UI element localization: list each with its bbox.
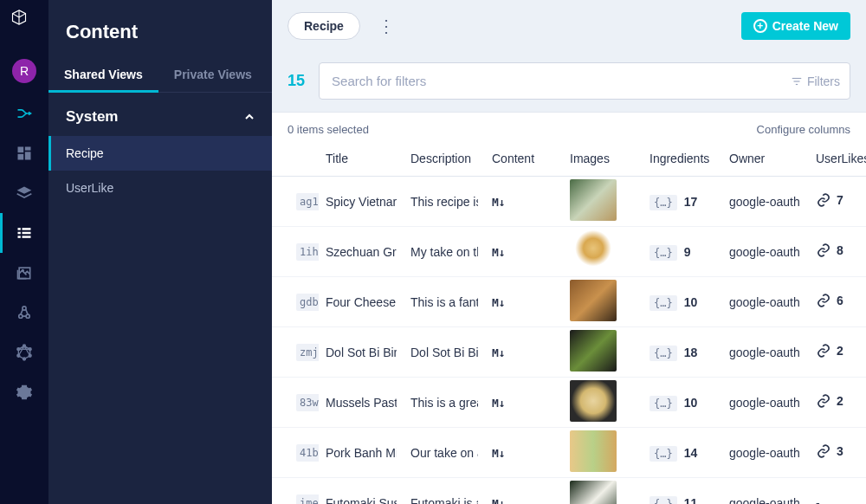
- col-images[interactable]: Images: [563, 143, 643, 177]
- row-id: ag1g: [296, 193, 319, 210]
- row-id: 1ihg: [296, 243, 319, 261]
- link-icon: [816, 192, 831, 208]
- cell-userlikes: 6: [809, 277, 866, 327]
- section-system[interactable]: System: [48, 93, 272, 136]
- table-row[interactable]: 1ihg Szechuan Gre My take on th M↓ {…}9 …: [272, 227, 866, 277]
- plus-icon: +: [753, 19, 767, 33]
- cell-title: Spicy Vietnar: [326, 195, 397, 209]
- row-id: 41bh: [296, 444, 319, 462]
- table-row[interactable]: ag1g Spicy Vietnar This recipe is M↓ {…}…: [272, 177, 866, 227]
- graphql-icon[interactable]: [15, 343, 34, 362]
- media-icon[interactable]: [15, 263, 34, 282]
- link-icon: [816, 293, 831, 308]
- cell-owner: google-oauth: [729, 496, 802, 505]
- json-badge: {…}: [650, 245, 677, 261]
- svg-point-11: [23, 270, 24, 272]
- create-label: Create New: [772, 19, 838, 33]
- col-userlikes[interactable]: UserLikes: [809, 143, 866, 177]
- tab-shared-views[interactable]: Shared Views: [48, 59, 158, 92]
- cell-description: This is a grea: [410, 396, 478, 410]
- topbar: Recipe ⋮ + Create New: [272, 0, 866, 52]
- table-row[interactable]: zmjh Dol Sot Bi Bir Dol Sot Bi Bir M↓ {……: [272, 327, 866, 378]
- type-chip[interactable]: Recipe: [288, 12, 360, 40]
- cell-userlikes: 8: [809, 227, 866, 277]
- col-ingredients[interactable]: Ingredients: [643, 143, 722, 177]
- cell-title: Four Cheese: [326, 295, 397, 309]
- cell-description: Dol Sot Bi Bir: [410, 346, 478, 359]
- cell-ingredients: 18: [684, 346, 698, 359]
- link-icon: [816, 443, 831, 459]
- svg-rect-9: [23, 236, 31, 238]
- col-content[interactable]: Content: [485, 143, 563, 177]
- cell-ingredients: 10: [684, 396, 698, 410]
- cell-description: My take on th: [410, 245, 478, 259]
- svg-point-16: [29, 348, 31, 351]
- svg-rect-2: [25, 152, 31, 159]
- items-selected: 0 items selected: [288, 123, 369, 136]
- markdown-icon: M↓: [492, 296, 506, 309]
- create-new-button[interactable]: + Create New: [741, 12, 850, 40]
- svg-rect-5: [23, 228, 31, 230]
- webhook-icon[interactable]: [15, 303, 34, 322]
- col-description[interactable]: Description: [404, 143, 485, 177]
- svg-point-12: [19, 314, 23, 318]
- cell-owner: google-oauth: [729, 446, 802, 460]
- table-row[interactable]: 41bh Pork Banh Mi Our take on a M↓ {…}14…: [272, 428, 866, 478]
- row-id: 83wh: [296, 394, 319, 411]
- kebab-menu-icon[interactable]: ⋮: [372, 16, 400, 36]
- settings-icon[interactable]: [15, 383, 34, 402]
- cell-owner: google-oauth: [729, 295, 802, 309]
- cell-userlikes: 2: [809, 327, 866, 378]
- image-thumbnail: [570, 430, 617, 472]
- col-title[interactable]: Title: [319, 143, 404, 177]
- cell-title: Szechuan Gre: [326, 245, 397, 259]
- tab-private-views[interactable]: Private Views: [158, 59, 268, 92]
- content-list-icon[interactable]: [15, 223, 34, 242]
- layers-icon[interactable]: [15, 184, 34, 203]
- cell-ingredients: 9: [684, 245, 691, 259]
- link-icon: [816, 393, 831, 409]
- cell-description: Our take on a: [410, 446, 478, 460]
- configure-columns[interactable]: Configure columns: [757, 123, 850, 136]
- user-avatar[interactable]: R: [12, 59, 36, 83]
- svg-point-17: [29, 354, 31, 357]
- filter-bar: 15 Filters: [272, 52, 866, 113]
- link-icon: [816, 242, 831, 258]
- cell-ingredients: 14: [684, 446, 698, 460]
- markdown-icon: M↓: [492, 346, 506, 359]
- chevron-up-icon: [244, 112, 255, 122]
- cell-userlikes: 2: [809, 378, 866, 428]
- cell-description: This recipe is: [410, 195, 478, 209]
- table-row[interactable]: 83wh Mussels Past This is a grea M↓ {…}1…: [272, 378, 866, 428]
- sidebar: Content Shared Views Private Views Syste…: [48, 0, 272, 504]
- merge-icon[interactable]: [15, 104, 34, 123]
- table-row[interactable]: gdbg Four Cheese This is a fant M↓ {…}10…: [272, 277, 866, 327]
- cell-ingredients: 10: [684, 295, 698, 309]
- app-logo: [10, 9, 38, 36]
- cell-ingredients: 17: [684, 195, 698, 209]
- view-tabs: Shared Views Private Views: [48, 59, 272, 93]
- icon-rail: R: [0, 0, 48, 504]
- svg-point-18: [23, 358, 26, 360]
- search-input[interactable]: [319, 62, 850, 100]
- col-owner[interactable]: Owner: [722, 143, 809, 177]
- dashboard-icon[interactable]: [15, 144, 34, 163]
- nav-item-userlike[interactable]: UserLike: [48, 171, 272, 205]
- row-id: gdbg: [296, 294, 319, 311]
- json-badge: {…}: [650, 195, 677, 210]
- filters-button[interactable]: Filters: [791, 74, 840, 88]
- json-badge: {…}: [650, 496, 677, 505]
- table-row[interactable]: imeh Futomaki Sus Futomaki is a M↓ {…}11…: [272, 478, 866, 505]
- markdown-icon: M↓: [492, 246, 506, 259]
- svg-point-15: [23, 345, 26, 347]
- cell-ingredients: 11: [684, 496, 698, 505]
- markdown-icon: M↓: [492, 447, 506, 460]
- link-icon: [816, 343, 831, 359]
- markdown-icon: M↓: [492, 397, 506, 410]
- svg-point-20: [17, 348, 20, 351]
- row-id: zmjh: [296, 344, 319, 361]
- result-count: 15: [288, 72, 305, 90]
- section-label: System: [66, 108, 118, 126]
- svg-point-13: [26, 314, 29, 318]
- nav-item-recipe[interactable]: Recipe: [48, 136, 272, 171]
